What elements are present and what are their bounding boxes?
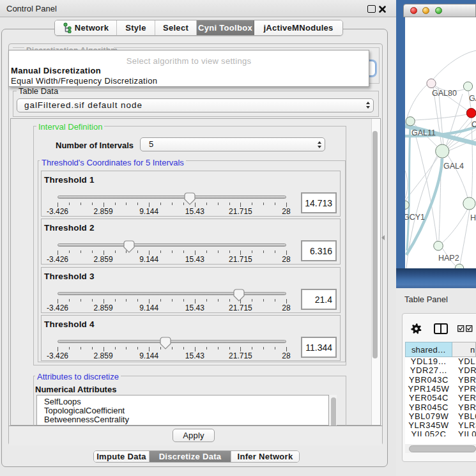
svg-text:GAL80: GAL80 xyxy=(432,89,457,98)
svg-text:GAL11: GAL11 xyxy=(411,128,436,137)
svg-text:C: C xyxy=(472,120,476,129)
svg-text:H: H xyxy=(470,213,476,222)
svg-text:GAL4: GAL4 xyxy=(443,162,464,171)
svg-text:HAP2: HAP2 xyxy=(438,254,459,263)
svg-text:GA: GA xyxy=(469,94,476,103)
svg-text:GCY1: GCY1 xyxy=(405,213,425,222)
